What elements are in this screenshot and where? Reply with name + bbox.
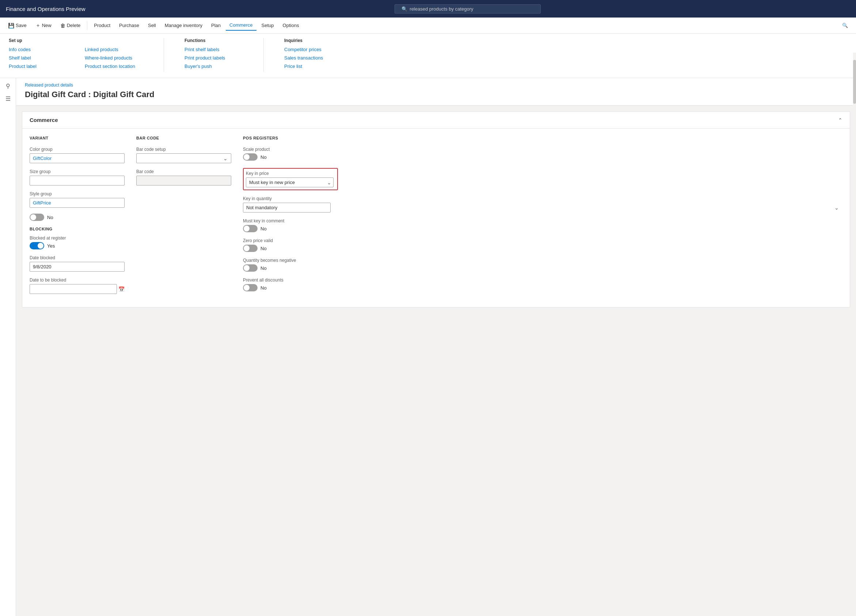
- quantity-negative-toggle[interactable]: [243, 264, 257, 272]
- prevent-discounts-slider: [243, 284, 257, 291]
- product-label-item[interactable]: Product label: [9, 63, 67, 69]
- functions-section: Functions Print shelf labels Print produ…: [185, 38, 243, 72]
- sales-transactions-item[interactable]: Sales transactions: [284, 55, 343, 61]
- sell-button[interactable]: Sell: [144, 20, 160, 30]
- key-in-price-select-wrapper: Must key in new price Not mandatory Not …: [246, 177, 335, 187]
- sidebar-icons: ⚲ ☰: [0, 78, 16, 616]
- pos-registers-header: POS REGISTERS: [243, 136, 842, 142]
- barcode-setup-field: Bar code setup: [136, 147, 231, 163]
- breadcrumb[interactable]: Released product details: [25, 83, 847, 88]
- where-linked-products-item[interactable]: Where-linked products: [85, 55, 143, 61]
- product-button[interactable]: Product: [90, 20, 114, 30]
- shelf-label-item[interactable]: Shelf label: [9, 55, 67, 61]
- purchase-button[interactable]: Purchase: [115, 20, 143, 30]
- barcode-setup-select[interactable]: [136, 154, 231, 163]
- quantity-negative-slider: [243, 264, 257, 272]
- calendar-icon[interactable]: 📅: [119, 286, 125, 292]
- must-key-in-comment-toggle[interactable]: [243, 225, 257, 232]
- key-in-price-select[interactable]: Must key in new price Not mandatory Not …: [246, 177, 334, 187]
- filter-icon[interactable]: ⚲: [6, 83, 10, 89]
- linked-products-item[interactable]: Linked products: [85, 47, 143, 52]
- delete-button[interactable]: 🗑 Delete: [57, 20, 85, 31]
- key-in-quantity-select[interactable]: Not mandatory Mandatory: [243, 203, 331, 212]
- quantity-negative-label: Quantity becomes negative: [243, 258, 842, 263]
- date-blocked-field: Date blocked: [29, 255, 125, 272]
- zero-price-valid-field: Zero price valid No: [243, 238, 842, 252]
- prevent-discounts-toggle[interactable]: [243, 284, 257, 291]
- must-key-in-comment-slider: [243, 225, 257, 232]
- must-key-in-comment-value: No: [260, 226, 267, 232]
- style-group-label: Style group: [29, 191, 125, 197]
- scale-product-toggle[interactable]: [243, 154, 257, 161]
- size-group-label: Size group: [29, 169, 125, 174]
- variant-header: VARIANT: [29, 136, 125, 142]
- page-title: Digital Gift Card : Digital Gift Card: [25, 90, 847, 99]
- top-bar: Finance and Operations Preview 🔍 release…: [0, 0, 856, 17]
- app-title: Finance and Operations Preview: [6, 6, 86, 12]
- date-blocked-label: Date blocked: [29, 255, 125, 260]
- product-section-location-item[interactable]: Product section location: [85, 63, 143, 69]
- key-in-price-field: Key in price Must key in new price Not m…: [243, 168, 338, 190]
- new-button[interactable]: ＋ New: [32, 20, 55, 31]
- zero-price-valid-toggle[interactable]: [243, 245, 257, 252]
- style-group-input[interactable]: [29, 198, 125, 208]
- quantity-negative-field: Quantity becomes negative No: [243, 258, 842, 272]
- date-to-blocked-input[interactable]: [29, 284, 117, 294]
- scale-product-toggle-group: No: [243, 154, 842, 161]
- inquiries-section: Inquiries Competitor prices Sales transa…: [284, 38, 343, 72]
- key-in-quantity-select-wrapper: Not mandatory Mandatory: [243, 203, 842, 212]
- scrollbar-thumb[interactable]: [853, 78, 856, 104]
- prevent-discounts-field: Prevent all discounts No: [243, 278, 842, 291]
- info-codes-item[interactable]: Info codes: [9, 47, 67, 52]
- price-list-item[interactable]: Price list: [284, 63, 343, 69]
- zero-price-valid-value: No: [260, 246, 267, 251]
- key-in-quantity-label: Key in quantity: [243, 196, 842, 201]
- menu-icon[interactable]: ☰: [6, 95, 11, 102]
- blocking-header: BLOCKING: [29, 227, 125, 231]
- page-header: Released product details Digital Gift Ca…: [16, 78, 856, 106]
- separator-1: [87, 21, 87, 30]
- save-icon: 💾: [8, 23, 14, 29]
- setup-right-section: . Linked products Where-linked products …: [85, 38, 143, 72]
- collapse-icon[interactable]: ⌃: [838, 117, 842, 123]
- prevent-discounts-value: No: [260, 285, 267, 291]
- key-in-price-label: Key in price: [246, 171, 335, 176]
- prevent-discounts-label: Prevent all discounts: [243, 278, 842, 283]
- page-content: ⚲ ☰ Released product details Digital Gif…: [0, 78, 856, 616]
- print-variants-label: No: [47, 215, 53, 220]
- setup-button[interactable]: Setup: [258, 20, 278, 30]
- zero-price-valid-slider: [243, 245, 257, 252]
- command-bar: 💾 Save ＋ New 🗑 Delete Product Purchase S…: [0, 17, 856, 34]
- search-button[interactable]: 🔍: [839, 20, 851, 30]
- date-to-blocked-field: Date to be blocked 📅: [29, 278, 125, 294]
- competitor-prices-item[interactable]: Competitor prices: [284, 47, 343, 52]
- print-shelf-labels-item[interactable]: Print shelf labels: [185, 47, 243, 52]
- pos-registers-column: POS REGISTERS Scale product No: [243, 136, 842, 300]
- barcode-input[interactable]: [136, 176, 231, 186]
- date-blocked-input[interactable]: [29, 262, 125, 272]
- save-button[interactable]: 💾 Save: [5, 20, 30, 31]
- scrollbar-track[interactable]: [853, 78, 856, 616]
- buyers-push-item[interactable]: Buyer's push: [185, 63, 243, 69]
- plan-button[interactable]: Plan: [208, 20, 224, 30]
- color-group-label: Color group: [29, 147, 125, 152]
- variant-column: VARIANT Color group Size group Style gro…: [29, 136, 125, 300]
- global-search[interactable]: 🔍 released products by category: [394, 5, 541, 14]
- print-variants-toggle[interactable]: [29, 214, 44, 221]
- options-button[interactable]: Options: [279, 20, 303, 30]
- size-group-input[interactable]: [29, 176, 125, 186]
- color-group-input[interactable]: [29, 154, 125, 163]
- search-toolbar-icon: 🔍: [842, 23, 848, 28]
- quantity-negative-toggle-group: No: [243, 264, 842, 272]
- section-body: VARIANT Color group Size group Style gro…: [22, 129, 850, 307]
- blocked-register-toggle[interactable]: [29, 242, 44, 249]
- print-product-labels-item[interactable]: Print product labels: [185, 55, 243, 61]
- barcode-label: Bar code: [136, 169, 231, 174]
- barcode-header: BAR CODE: [136, 136, 231, 142]
- manage-inventory-button[interactable]: Manage inventory: [161, 20, 206, 30]
- scale-product-label: Scale product: [243, 147, 842, 152]
- scale-product-value: No: [260, 154, 267, 160]
- commerce-button[interactable]: Commerce: [226, 20, 257, 31]
- key-in-quantity-field: Key in quantity Not mandatory Mandatory: [243, 196, 842, 212]
- main-area: Released product details Digital Gift Ca…: [16, 78, 856, 616]
